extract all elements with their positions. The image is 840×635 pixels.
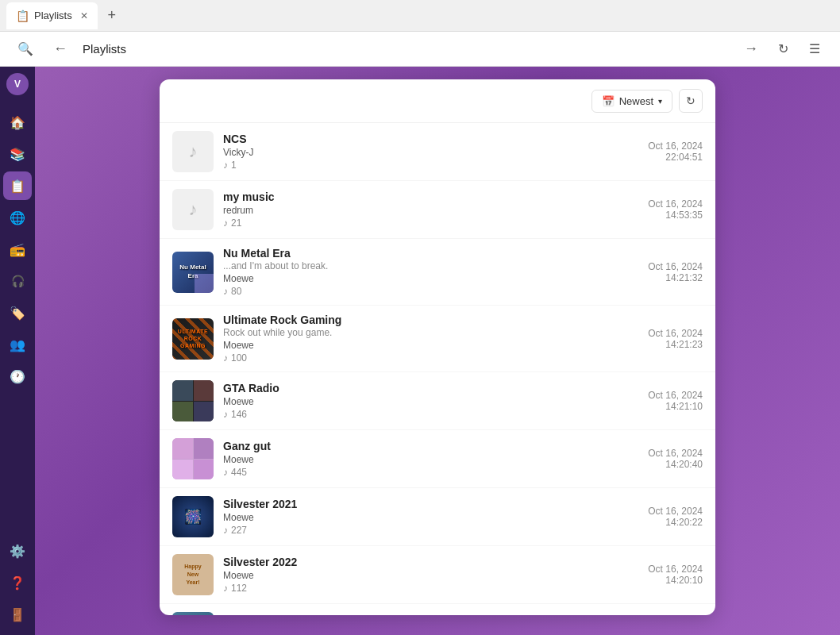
list-item[interactable]: ♪ NCS Vicky-J ♪ 1 Oct 16, 2024 22:04:51 bbox=[160, 123, 715, 181]
users-icon: 👥 bbox=[10, 337, 25, 352]
playlist-thumbnail: ULTIMATEROCKGAMING bbox=[172, 318, 214, 360]
radio-icon: 📻 bbox=[10, 242, 25, 257]
sidebar-item-playlists[interactable]: 📋 bbox=[3, 171, 32, 200]
playlist-count: ♪ 21 bbox=[223, 217, 638, 229]
chevron-down-icon: ▾ bbox=[658, 97, 662, 106]
sidebar-item-settings[interactable]: ⚙️ bbox=[3, 537, 32, 565]
playlist-name: Ultimate Rock Gaming bbox=[223, 314, 638, 326]
playlist-date: Oct 16, 2024 14:20:22 bbox=[648, 506, 703, 528]
playlist-thumbnail bbox=[172, 380, 214, 421]
playlist-thumbnail: ♪ bbox=[172, 189, 214, 230]
back-icon: ← bbox=[53, 40, 67, 57]
tags-icon: 🏷️ bbox=[10, 306, 25, 321]
playlist-name: Silvester 2022 bbox=[223, 556, 638, 568]
tab-playlist-icon: 📋 bbox=[16, 10, 29, 22]
list-item[interactable]: AITiMe AITiMe Oct 16, 2024 bbox=[160, 604, 715, 615]
list-item[interactable]: ♪ my music redrum ♪ 21 Oct 16, 2024 14:5… bbox=[160, 181, 715, 239]
forward-button[interactable]: → bbox=[738, 37, 764, 62]
sidebar-item-help[interactable]: ❓ bbox=[3, 568, 32, 597]
toolbar: 🔍 ← Playlists → ↻ ☰ bbox=[0, 32, 840, 67]
menu-button[interactable]: ☰ bbox=[802, 37, 827, 62]
playlist-thumbnail bbox=[172, 438, 214, 479]
playlist-info: Nu Metal Era ...and I'm about to break. … bbox=[223, 247, 638, 297]
playlist-author: Moewe bbox=[223, 396, 638, 407]
list-item[interactable]: Ganz gut Moewe ♪ 445 Oct 16, 2024 14:20:… bbox=[160, 430, 715, 488]
playlist-info: Ganz gut Moewe ♪ 445 bbox=[223, 440, 638, 478]
tab-close-button[interactable]: ✕ bbox=[80, 10, 88, 21]
playlist-info: Ultimate Rock Gaming Rock out while you … bbox=[223, 314, 638, 364]
panel-refresh-icon: ↻ bbox=[686, 94, 696, 107]
playlist-thumbnail: Nu MetalEra bbox=[172, 252, 214, 293]
playlist-count: ♪ 112 bbox=[223, 583, 638, 594]
playlist-subtitle: Rock out while you game. bbox=[223, 327, 638, 338]
playlist-count: ♪ 227 bbox=[223, 525, 638, 536]
sidebar-item-explore[interactable]: 🌐 bbox=[3, 203, 32, 232]
playlist-date: Oct 16, 2024 14:21:32 bbox=[648, 261, 703, 283]
help-icon: ❓ bbox=[10, 575, 25, 591]
tab-playlists[interactable]: 📋 Playlists ✕ bbox=[6, 2, 98, 29]
tab-label: Playlists bbox=[34, 10, 72, 21]
calendar-icon: 📅 bbox=[602, 95, 615, 107]
list-item[interactable]: ULTIMATEROCKGAMING Ultimate Rock Gaming … bbox=[160, 306, 715, 372]
playlist-thumbnail: AITiMe bbox=[172, 612, 214, 615]
sidebar-item-logout[interactable]: 🚪 bbox=[3, 600, 32, 629]
list-item[interactable]: 🎆 Silvester 2021 Moewe ♪ 227 Oct 16, 202… bbox=[160, 488, 715, 546]
playlist-date: Oct 16, 2024 14:21:10 bbox=[648, 390, 703, 412]
sidebar-item-tags[interactable]: 🏷️ bbox=[3, 298, 32, 327]
playlist-info: GTA Radio Moewe ♪ 146 bbox=[223, 382, 638, 420]
music-note-icon: ♪ bbox=[223, 160, 228, 171]
toolbar-right: → ↻ ☰ bbox=[738, 37, 827, 62]
sidebar-item-dj[interactable]: 🎧 bbox=[3, 267, 32, 295]
content-area: 📅 Newest ▾ ↻ ♪ NCS Vicky-J bbox=[35, 67, 840, 635]
playlists-list: ♪ NCS Vicky-J ♪ 1 Oct 16, 2024 22:04:51 bbox=[160, 123, 715, 615]
playlist-date: Oct 16, 2024 14:20:40 bbox=[648, 448, 703, 470]
music-note-icon: ♪ bbox=[223, 409, 228, 420]
list-item[interactable]: HappyNewYear! Silvester 2022 Moewe ♪ 112… bbox=[160, 546, 715, 604]
playlist-author: redrum bbox=[223, 205, 638, 216]
sidebar-item-users[interactable]: 👥 bbox=[3, 330, 32, 359]
playlist-date: Oct 16, 2024 14:21:23 bbox=[648, 328, 703, 350]
home-icon: 🏠 bbox=[10, 115, 25, 130]
history-icon: 🕐 bbox=[10, 369, 25, 384]
playlist-count: ♪ 146 bbox=[223, 409, 638, 420]
sidebar-avatar[interactable]: V bbox=[6, 73, 29, 95]
playlist-name: Nu Metal Era bbox=[223, 247, 638, 260]
playlist-author: Vicky-J bbox=[223, 147, 638, 158]
list-icon: ☰ bbox=[809, 41, 820, 56]
explore-icon: 🌐 bbox=[10, 210, 25, 225]
playlist-thumbnail: ♪ bbox=[172, 131, 214, 172]
logout-icon: 🚪 bbox=[10, 607, 25, 622]
sidebar-item-history[interactable]: 🕐 bbox=[3, 362, 32, 391]
playlist-thumbnail: 🎆 bbox=[172, 496, 214, 537]
music-note-icon: ♪ bbox=[223, 286, 228, 297]
back-button[interactable]: ← bbox=[48, 37, 73, 62]
playlist-count: ♪ 1 bbox=[223, 160, 638, 171]
playlist-author: Moewe bbox=[223, 570, 638, 581]
playlist-date: Oct 16, 2024 14:53:35 bbox=[648, 198, 703, 221]
search-button[interactable]: 🔍 bbox=[13, 37, 38, 62]
playlists-icon: 📋 bbox=[10, 179, 25, 194]
tab-bar: 📋 Playlists ✕ + bbox=[0, 0, 840, 32]
refresh-button[interactable]: ↻ bbox=[770, 37, 796, 62]
sort-button[interactable]: 📅 Newest ▾ bbox=[591, 90, 672, 113]
main-layout: V 🏠 📚 📋 🌐 📻 🎧 🏷️ 👥 🕐 ⚙️ bbox=[0, 67, 840, 635]
sidebar-item-radio[interactable]: 📻 bbox=[3, 235, 32, 264]
list-item[interactable]: GTA Radio Moewe ♪ 146 Oct 16, 2024 14:21… bbox=[160, 372, 715, 430]
sort-label: Newest bbox=[619, 95, 653, 107]
forward-icon: → bbox=[744, 40, 758, 57]
sidebar-item-library[interactable]: 📚 bbox=[3, 140, 32, 168]
playlist-name: my music bbox=[223, 190, 638, 203]
panel-toolbar: 📅 Newest ▾ ↻ bbox=[160, 79, 715, 123]
playlist-info: Silvester 2021 Moewe ♪ 227 bbox=[223, 498, 638, 536]
sidebar-item-home[interactable]: 🏠 bbox=[3, 108, 32, 137]
list-item[interactable]: Nu MetalEra Nu Metal Era ...and I'm abou… bbox=[160, 239, 715, 306]
panel-refresh-button[interactable]: ↻ bbox=[679, 89, 703, 113]
playlist-author: Moewe bbox=[223, 340, 638, 351]
playlist-author: Moewe bbox=[223, 454, 638, 465]
playlist-author: Moewe bbox=[223, 512, 638, 523]
playlist-count: ♪ 80 bbox=[223, 286, 638, 297]
playlist-date: Oct 16, 2024 14:20:10 bbox=[648, 564, 703, 586]
new-tab-button[interactable]: + bbox=[101, 5, 123, 27]
playlist-info: NCS Vicky-J ♪ 1 bbox=[223, 133, 638, 171]
music-note-icon: ♪ bbox=[223, 352, 228, 364]
